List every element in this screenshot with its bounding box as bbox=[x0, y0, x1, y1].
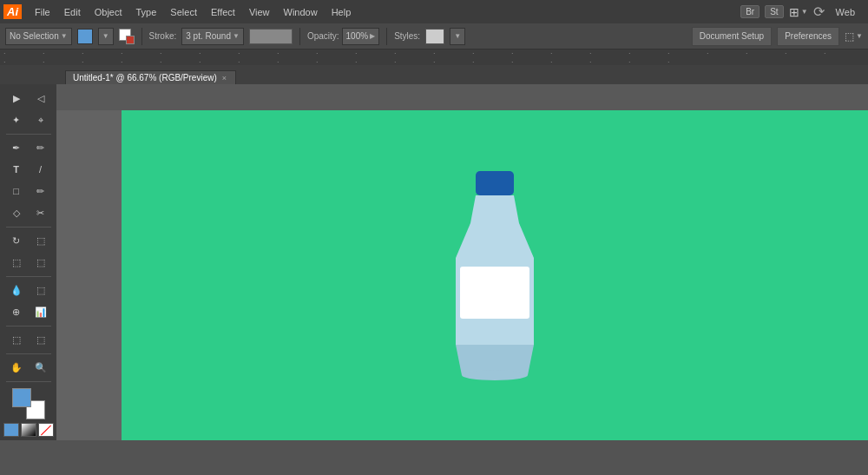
tool-divider-5 bbox=[6, 353, 51, 354]
grid-chevron: ▼ bbox=[801, 8, 808, 16]
tool-row-shape: □ ✏ bbox=[0, 181, 56, 201]
arrange-icon-group: ⬚ ▼ bbox=[845, 30, 863, 43]
tool-row-mesh: ⊕ 📊 bbox=[0, 301, 56, 322]
menu-window[interactable]: Window bbox=[278, 4, 324, 20]
bridge-btn[interactable]: Br bbox=[740, 5, 760, 18]
pencil-tool[interactable]: ◇ bbox=[5, 202, 28, 223]
grid-icon: ⊞ bbox=[789, 5, 799, 19]
free-transform-tool[interactable]: ⬚ bbox=[30, 252, 52, 273]
lasso-tool[interactable]: ⌖ bbox=[30, 109, 52, 130]
artboard-tool[interactable]: ⬚ bbox=[5, 329, 28, 350]
selection-tool[interactable]: ▶ bbox=[5, 88, 28, 109]
menu-file[interactable]: File bbox=[29, 4, 56, 20]
opacity-chevron: ▶ bbox=[370, 32, 375, 40]
eraser-tool[interactable]: ✂ bbox=[30, 202, 52, 223]
warp-tool[interactable]: ⬚ bbox=[5, 252, 28, 273]
fill-dropdown[interactable]: ▼ bbox=[98, 28, 114, 45]
bottle-illustration bbox=[443, 162, 547, 388]
tool-row-eraser: ◇ ✂ bbox=[0, 202, 56, 223]
selection-chevron: ▼ bbox=[61, 32, 68, 40]
zoom-tool[interactable]: 🔍 bbox=[30, 357, 52, 378]
scale-tool[interactable]: ⬚ bbox=[30, 230, 52, 251]
hand-tool[interactable]: ✋ bbox=[5, 357, 28, 378]
tool-row-hand: ✋ 🔍 bbox=[0, 357, 56, 378]
opacity-value: 100% bbox=[346, 31, 369, 41]
svg-rect-3 bbox=[456, 327, 534, 345]
paintbrush-tool[interactable]: ✏ bbox=[30, 181, 52, 201]
selection-display[interactable]: No Selection ▼ bbox=[5, 28, 72, 45]
tab-bar: Untitled-1* @ 66.67% (RGB/Preview) × bbox=[0, 65, 868, 84]
direct-selection-tool[interactable]: ◁ bbox=[30, 88, 52, 109]
styles-label: Styles: bbox=[394, 31, 420, 41]
stroke-width-input[interactable]: 3 pt. Round ▼ bbox=[181, 28, 244, 45]
rectangle-tool[interactable]: □ bbox=[5, 181, 28, 201]
none-swatch[interactable] bbox=[38, 423, 54, 437]
menu-type[interactable]: Type bbox=[130, 4, 163, 20]
color-swatch[interactable] bbox=[3, 423, 19, 437]
eyedropper-tool[interactable]: 💧 bbox=[5, 280, 28, 300]
tool-row-rotate: ↻ ⬚ bbox=[0, 230, 56, 251]
stroke-label: Stroke: bbox=[149, 31, 177, 41]
menu-web[interactable]: Web bbox=[830, 4, 861, 20]
canvas-top-bar bbox=[56, 84, 868, 110]
tool-row-type: T / bbox=[0, 159, 56, 180]
tool-divider-1 bbox=[6, 134, 51, 135]
tool-divider-3 bbox=[6, 276, 51, 277]
graph-tool[interactable]: 📊 bbox=[30, 301, 52, 322]
menu-object[interactable]: Object bbox=[89, 4, 128, 20]
artboard bbox=[122, 110, 868, 440]
tool-row-graph: 💧 ⬚ bbox=[0, 280, 56, 300]
tool-row-selection: ▶ ◁ bbox=[0, 88, 56, 109]
menu-view[interactable]: View bbox=[243, 4, 276, 20]
arrange-chevron: ▼ bbox=[856, 32, 863, 40]
tool-row-warp: ⬚ ⬚ bbox=[0, 252, 56, 273]
ruler-ticks: · · · · · · · · · · · · · · · · · · · · … bbox=[3, 49, 865, 66]
arrange-icon: ⬚ bbox=[845, 30, 854, 43]
styles-swatch[interactable] bbox=[425, 29, 444, 44]
sync-icon: ⟳ bbox=[813, 3, 825, 20]
tool-divider-6 bbox=[6, 381, 51, 382]
stroke-chevron: ▼ bbox=[233, 32, 240, 40]
opacity-input[interactable]: 100% ▶ bbox=[342, 28, 380, 45]
rotate-tool[interactable]: ↻ bbox=[5, 230, 28, 251]
gradient-tool[interactable]: ⊕ bbox=[5, 301, 28, 322]
fill-chevron: ▼ bbox=[102, 32, 109, 40]
tool-divider-2 bbox=[6, 227, 51, 228]
selection-label: No Selection bbox=[10, 31, 59, 41]
fill-color-swatch[interactable] bbox=[77, 29, 93, 44]
tab-title: Untitled-1* @ 66.67% (RGB/Preview) bbox=[73, 73, 217, 82]
preferences-button[interactable]: Preferences bbox=[777, 27, 839, 46]
stroke-style-swatch[interactable] bbox=[249, 29, 293, 44]
opacity-section: Opacity: 100% ▶ bbox=[307, 28, 379, 45]
fill-swatch[interactable] bbox=[12, 388, 31, 407]
tool-row-pen2: ✒ ✏ bbox=[0, 137, 56, 158]
tab-close-button[interactable]: × bbox=[222, 74, 227, 82]
svg-rect-2 bbox=[460, 267, 529, 319]
left-toolbar: ▶ ◁ ✦ ⌖ ✒ ✏ T / □ ✏ ◇ ✂ ↻ ⬚ ⬚ bbox=[0, 84, 56, 440]
app-logo: Ai bbox=[3, 4, 22, 19]
menu-bar: Ai File Edit Object Type Select Effect V… bbox=[0, 0, 868, 23]
stroke-color-indicator[interactable] bbox=[119, 29, 135, 44]
styles-dropdown[interactable]: ▼ bbox=[450, 28, 465, 45]
color-area bbox=[3, 388, 54, 437]
stock-btn[interactable]: St bbox=[765, 5, 783, 18]
slice-tool[interactable]: ⬚ bbox=[30, 329, 52, 350]
main-area: ▶ ◁ ✦ ⌖ ✒ ✏ T / □ ✏ ◇ ✂ ↻ ⬚ ⬚ bbox=[0, 84, 868, 440]
line-tool[interactable]: / bbox=[30, 159, 52, 180]
magic-wand-tool[interactable]: ✦ bbox=[5, 109, 28, 130]
menu-edit[interactable]: Edit bbox=[58, 4, 87, 20]
document-tab[interactable]: Untitled-1* @ 66.67% (RGB/Preview) × bbox=[65, 70, 236, 84]
type-tool[interactable]: T bbox=[5, 159, 28, 180]
gradient-swatch[interactable] bbox=[21, 423, 36, 437]
styles-chevron: ▼ bbox=[454, 32, 461, 40]
svg-rect-0 bbox=[476, 171, 514, 195]
add-anchor-tool[interactable]: ✏ bbox=[30, 137, 52, 158]
ruler-bar: · · · · · · · · · · · · · · · · · · · · … bbox=[0, 49, 868, 65]
options-toolbar: No Selection ▼ ▼ Stroke: 3 pt. Round ▼ O… bbox=[0, 23, 868, 49]
paint-bucket-tool[interactable]: ⬚ bbox=[30, 280, 52, 300]
menu-effect[interactable]: Effect bbox=[205, 4, 241, 20]
menu-select[interactable]: Select bbox=[164, 4, 203, 20]
document-setup-button[interactable]: Document Setup bbox=[692, 27, 773, 46]
menu-help[interactable]: Help bbox=[326, 4, 358, 20]
pen-tool[interactable]: ✒ bbox=[5, 137, 28, 158]
